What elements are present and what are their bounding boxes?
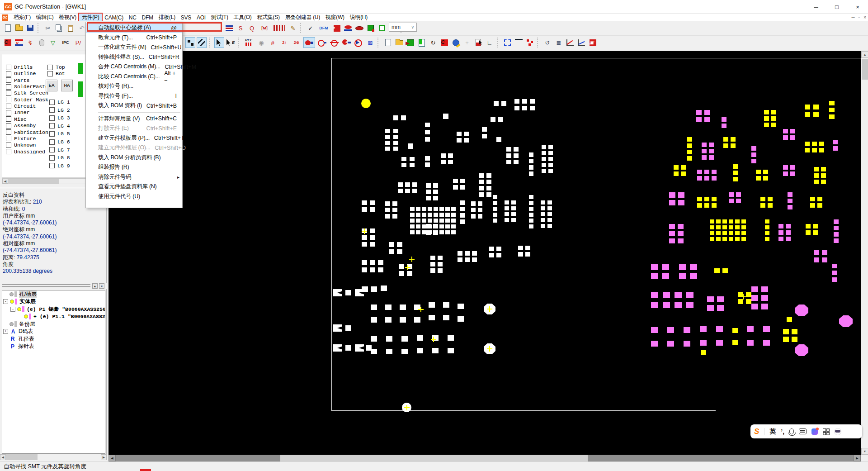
crossed-square-icon[interactable]: ⊠ bbox=[365, 37, 375, 48]
close-pane-icon[interactable]: × bbox=[99, 283, 104, 289]
layer-checkbox-solder-mask[interactable]: Solder Mask bbox=[6, 97, 48, 103]
open-doc-icon[interactable] bbox=[394, 37, 404, 48]
p-slash-icon[interactable]: P/ bbox=[73, 37, 83, 48]
chart-up-icon[interactable] bbox=[565, 37, 575, 48]
checkbox[interactable] bbox=[6, 129, 11, 135]
checkbox[interactable] bbox=[49, 139, 55, 145]
origin-2-icon[interactable]: 2⊕ bbox=[291, 37, 302, 48]
paste-icon[interactable] bbox=[66, 23, 75, 33]
checkbox[interactable] bbox=[6, 110, 11, 115]
checkbox[interactable] bbox=[6, 116, 11, 122]
measure-icon[interactable]: ∟ bbox=[485, 37, 495, 48]
last-tool-icon[interactable]: ▣ bbox=[588, 37, 598, 48]
checkbox[interactable] bbox=[47, 65, 53, 70]
menubar-item-3[interactable]: 元件(P) bbox=[79, 14, 102, 21]
layer-checkbox-parts[interactable]: Parts bbox=[6, 77, 30, 83]
layer-checkbox-drills[interactable]: Drills bbox=[6, 64, 33, 70]
ref-designator-icon[interactable] bbox=[243, 37, 255, 48]
emoji-icon[interactable] bbox=[834, 428, 841, 435]
tree-expand-icon[interactable]: - bbox=[10, 307, 15, 312]
pad-entry4-icon[interactable] bbox=[353, 37, 364, 48]
menubar-item-1[interactable]: 编辑(E) bbox=[33, 14, 57, 21]
tree-expand-icon[interactable]: + bbox=[3, 329, 8, 334]
pcb-viewport[interactable] bbox=[108, 51, 861, 455]
keyboard-icon[interactable] bbox=[799, 428, 807, 434]
layer-checkbox-circuit[interactable]: Circuit bbox=[6, 103, 36, 109]
copy-icon[interactable] bbox=[54, 23, 64, 33]
mdi-minimize-button[interactable]: ─ bbox=[852, 15, 855, 20]
checkbox[interactable] bbox=[49, 147, 55, 152]
language-mode-button[interactable]: 英 bbox=[769, 428, 776, 436]
diagonal-lines-icon[interactable] bbox=[197, 37, 207, 48]
pane-divider[interactable]: ▲ × bbox=[0, 283, 107, 289]
menubar-item-11[interactable]: 工具(O) bbox=[231, 14, 255, 21]
scroll-left-icon[interactable]: ◀ bbox=[0, 454, 6, 460]
scrollbar-thumb[interactable] bbox=[8, 179, 59, 184]
component-menu-item-18[interactable]: 使用元件代号 (U) bbox=[86, 192, 182, 202]
checkbox[interactable] bbox=[6, 77, 11, 83]
toolbox-grid-icon[interactable] bbox=[823, 428, 829, 435]
dash-select-icon[interactable] bbox=[502, 37, 512, 48]
new-file-icon[interactable] bbox=[3, 23, 13, 33]
menubar-item-4[interactable]: CAM(C) bbox=[102, 14, 126, 21]
outline-pad-icon[interactable] bbox=[377, 23, 387, 33]
scroll-right-icon[interactable]: ▶ bbox=[101, 454, 107, 460]
disabled-move-icon[interactable]: + bbox=[462, 37, 472, 48]
component-menu-item-13[interactable]: 建立元件外框层 (O)...Ctrl+Shift+O bbox=[86, 143, 182, 153]
rotate-icon[interactable]: ↻ bbox=[428, 37, 438, 48]
pad-number-icon[interactable]: # bbox=[268, 37, 278, 48]
checkbox[interactable] bbox=[49, 155, 55, 161]
minimize-button[interactable]: ─ bbox=[806, 0, 826, 14]
component-menu-item-16[interactable]: 清除元件号码▸ bbox=[86, 172, 182, 182]
component-menu-item-7[interactable]: 寻找位号 (F)...I bbox=[86, 91, 182, 101]
layer-checkbox-lg-8[interactable]: LG 8 bbox=[49, 155, 70, 161]
layer-checkbox-lg-5[interactable]: LG 5 bbox=[49, 131, 70, 137]
close-button[interactable]: × bbox=[847, 0, 868, 14]
checkbox[interactable] bbox=[6, 104, 11, 109]
import-icon[interactable] bbox=[406, 37, 415, 48]
layer-checkbox-lg-6[interactable]: LG 6 bbox=[49, 139, 70, 145]
layer-checkbox-lg-1[interactable]: LG 1 bbox=[49, 99, 70, 105]
pad-entry2-icon[interactable] bbox=[329, 37, 340, 48]
layer-checkbox-solderpaste[interactable]: SolderPaste bbox=[6, 84, 48, 90]
checkbox[interactable] bbox=[6, 71, 11, 76]
mouse-select-icon[interactable] bbox=[37, 37, 47, 48]
tree-row-6[interactable]: R孔径表 bbox=[2, 335, 105, 343]
component-c-icon[interactable]: C bbox=[3, 37, 13, 48]
component-menu-item-14[interactable]: 载入 BOM 分析员资料 (B) bbox=[86, 153, 182, 163]
pad-entry1-icon[interactable] bbox=[316, 37, 327, 48]
component-menu-item-11[interactable]: 打散元件 (E)Ctrl+Shift+E bbox=[86, 124, 182, 133]
barcode-icon[interactable] bbox=[272, 23, 287, 33]
rotate-ccw-icon[interactable]: ↺ bbox=[542, 37, 552, 48]
divider-grip[interactable] bbox=[2, 284, 90, 287]
layer-checkbox-lg-3[interactable]: LG 3 bbox=[49, 115, 70, 121]
mirror-m-icon[interactable]: [M] bbox=[258, 23, 271, 33]
checkbox[interactable] bbox=[49, 115, 55, 121]
layer-checkbox-assemby[interactable]: Assemby bbox=[6, 123, 36, 128]
layer-checkbox-misc[interactable]: Misc bbox=[6, 116, 27, 122]
component-menu-item-5[interactable]: 比较 CAD Centroids (C)...Alt + = bbox=[86, 72, 182, 82]
ellipse-pad-icon[interactable] bbox=[303, 37, 315, 48]
tree-row-0[interactable]: 孔/槽层 bbox=[2, 290, 105, 298]
explode-oval-icon[interactable]: ✕ bbox=[14, 37, 24, 48]
layer-stack-icon[interactable] bbox=[224, 23, 234, 33]
scrollbar-thumb[interactable] bbox=[862, 59, 868, 80]
oval-pad-icon[interactable] bbox=[343, 23, 353, 33]
c-red-icon[interactable]: C bbox=[439, 37, 449, 48]
checkbox[interactable] bbox=[6, 143, 11, 148]
checkbox[interactable] bbox=[6, 123, 11, 128]
menubar-item-6[interactable]: DFM bbox=[139, 14, 156, 21]
menubar-item-5[interactable]: NC bbox=[126, 14, 139, 21]
green-pad-icon[interactable] bbox=[366, 23, 376, 33]
layer-checkbox-outline[interactable]: Outline bbox=[6, 71, 36, 76]
tree-row-3[interactable]: + (e) P1.1 "B0060AXASS2504000 bbox=[2, 313, 105, 321]
renumber-icon[interactable]: 2↑ bbox=[279, 37, 290, 48]
menubar-item-12[interactable]: 程式集(S) bbox=[254, 14, 282, 21]
mdi-restore-button[interactable]: ▫ bbox=[859, 15, 860, 20]
flash-edit-icon[interactable]: ↯ bbox=[25, 37, 35, 48]
swap-layers-icon[interactable]: S bbox=[236, 23, 245, 33]
layer-checkbox-bot[interactable]: Bot bbox=[47, 71, 65, 76]
ea-button[interactable]: EA bbox=[46, 80, 57, 91]
component-menu-item-6[interactable]: 核对位号 (R)... bbox=[86, 81, 182, 91]
checkbox[interactable] bbox=[49, 163, 55, 168]
